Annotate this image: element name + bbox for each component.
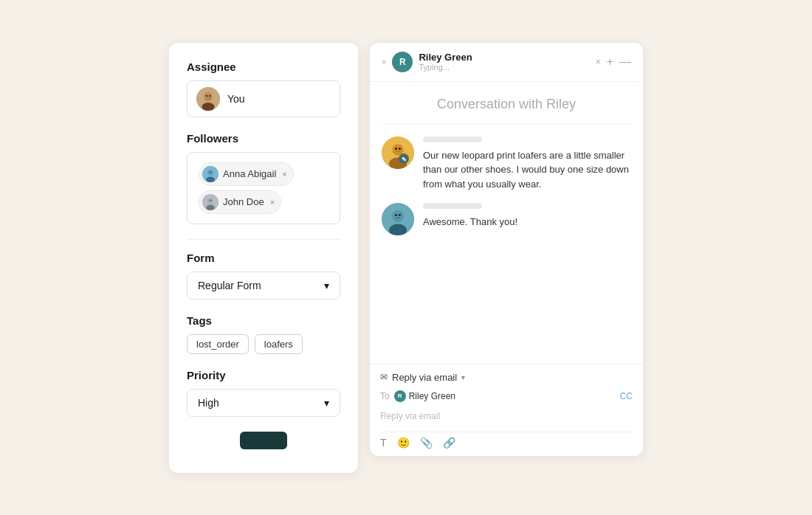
bottom-bar bbox=[240, 432, 287, 449]
to-contact: R Riley Green bbox=[394, 390, 455, 402]
cc-label: CC bbox=[620, 391, 633, 401]
conversation-title-area: Conversation with Riley bbox=[370, 82, 643, 124]
john-remove-icon[interactable]: × bbox=[270, 198, 275, 207]
priority-label: Priority bbox=[187, 369, 340, 381]
agent-sender-bar bbox=[423, 203, 482, 209]
form-value: Regular Form bbox=[198, 280, 261, 291]
riley-to-name: Riley Green bbox=[409, 391, 455, 401]
anna-avatar bbox=[202, 166, 219, 182]
form-section: Form Regular Form ▾ bbox=[187, 252, 340, 300]
form-chevron-icon: ▾ bbox=[324, 280, 329, 291]
conversation-title: Conversation with Riley bbox=[385, 97, 628, 112]
follower-tag-anna[interactable]: Anna Abigail × bbox=[199, 162, 294, 186]
chat-header: × R Riley Green Typing... × + — bbox=[370, 43, 643, 82]
reply-label: Reply via email bbox=[392, 372, 457, 383]
priority-chevron-icon: ▾ bbox=[324, 397, 329, 409]
header-plus-icon[interactable]: + bbox=[607, 55, 613, 69]
followers-section: Followers An bbox=[187, 132, 340, 224]
customer-message-content: Our new leopard print loafers are a litt… bbox=[423, 136, 631, 192]
svg-text:✎: ✎ bbox=[402, 156, 407, 163]
followers-box: Anna Abigail × bbox=[187, 152, 340, 224]
riley-info: Riley Green Typing... bbox=[419, 52, 589, 72]
message-row-agent: Awesome. Thank you! bbox=[382, 203, 631, 235]
reply-area: ✉ Reply via email ▾ To R Riley Green CC … bbox=[370, 364, 643, 456]
priority-select[interactable]: High ▾ bbox=[187, 389, 340, 417]
reply-toolbar: T 🙂 📎 🔗 bbox=[380, 432, 633, 449]
text-format-icon[interactable]: T bbox=[380, 437, 387, 449]
svg-point-31 bbox=[399, 214, 401, 216]
svg-point-21 bbox=[393, 145, 403, 155]
agent-message-content: Awesome. Thank you! bbox=[423, 203, 631, 235]
riley-typing: Typing... bbox=[419, 63, 589, 72]
riley-avatar: R bbox=[392, 52, 413, 72]
svg-point-23 bbox=[399, 147, 401, 149]
anna-name: Anna Abigail bbox=[223, 168, 276, 179]
emoji-icon[interactable]: 🙂 bbox=[397, 437, 410, 449]
svg-point-16 bbox=[209, 199, 210, 201]
svg-point-11 bbox=[210, 171, 212, 173]
tags-label: Tags bbox=[187, 314, 340, 327]
header-actions: × + — bbox=[596, 55, 631, 69]
priority-value: High bbox=[198, 397, 219, 409]
svg-point-10 bbox=[209, 171, 210, 173]
svg-point-3 bbox=[204, 93, 212, 100]
customer-sender-bar bbox=[423, 136, 482, 142]
svg-point-22 bbox=[395, 147, 397, 149]
left-panel: Assignee You Followers bbox=[169, 43, 358, 473]
message-row-customer: ✎ Our new leopard print loafers are a li… bbox=[382, 136, 631, 192]
tags-container: lost_order loafers bbox=[187, 334, 340, 354]
divider-1 bbox=[187, 239, 340, 240]
priority-section: Priority High ▾ bbox=[187, 369, 340, 417]
svg-point-4 bbox=[206, 94, 207, 96]
assignee-label: Assignee bbox=[187, 61, 340, 73]
agent-message-text: Awesome. Thank you! bbox=[423, 215, 631, 229]
form-select[interactable]: Regular Form ▾ bbox=[187, 272, 340, 300]
email-icon: ✉ bbox=[380, 372, 388, 382]
reply-dropdown-icon[interactable]: ▾ bbox=[461, 373, 465, 381]
riley-to-avatar: R bbox=[394, 390, 406, 402]
assignee-box[interactable]: You bbox=[187, 80, 340, 117]
header-close-icon[interactable]: × bbox=[596, 57, 601, 67]
tag-loafers[interactable]: loafers bbox=[255, 334, 303, 354]
tab-close-icon[interactable]: × bbox=[382, 58, 386, 66]
reply-header: ✉ Reply via email ▾ bbox=[380, 372, 633, 383]
svg-point-17 bbox=[210, 199, 212, 201]
customer-avatar: ✎ bbox=[382, 136, 414, 169]
to-label: To bbox=[380, 391, 390, 401]
svg-point-9 bbox=[208, 170, 213, 175]
tags-section: Tags lost_order loafers bbox=[187, 314, 340, 354]
right-panel: × R Riley Green Typing... × + — Conversa… bbox=[370, 43, 643, 456]
reply-input-placeholder[interactable]: Reply via email bbox=[380, 408, 633, 424]
follower-tag-john[interactable]: John Doe × bbox=[199, 190, 281, 214]
tag-lost-order[interactable]: lost_order bbox=[187, 334, 249, 354]
svg-point-29 bbox=[393, 211, 403, 221]
assignee-avatar bbox=[196, 87, 220, 111]
followers-label: Followers bbox=[187, 132, 340, 145]
assignee-name: You bbox=[227, 93, 245, 105]
header-menu-icon[interactable]: — bbox=[619, 55, 631, 69]
john-name: John Doe bbox=[223, 196, 264, 207]
customer-message-text: Our new leopard print loafers are a litt… bbox=[423, 148, 631, 192]
anna-remove-icon[interactable]: × bbox=[282, 170, 286, 179]
riley-name: Riley Green bbox=[419, 52, 589, 63]
svg-point-15 bbox=[208, 198, 213, 203]
agent-avatar bbox=[382, 203, 414, 235]
form-label: Form bbox=[187, 252, 340, 264]
john-avatar bbox=[202, 194, 219, 210]
messages-area: ✎ Our new leopard print loafers are a li… bbox=[370, 125, 643, 364]
reply-to-row: To R Riley Green CC bbox=[380, 390, 633, 402]
link-icon[interactable]: 🔗 bbox=[443, 437, 455, 449]
main-container: Assignee You Followers bbox=[169, 43, 643, 473]
svg-point-5 bbox=[209, 94, 210, 96]
svg-point-30 bbox=[395, 214, 397, 216]
attachment-icon[interactable]: 📎 bbox=[420, 437, 433, 449]
